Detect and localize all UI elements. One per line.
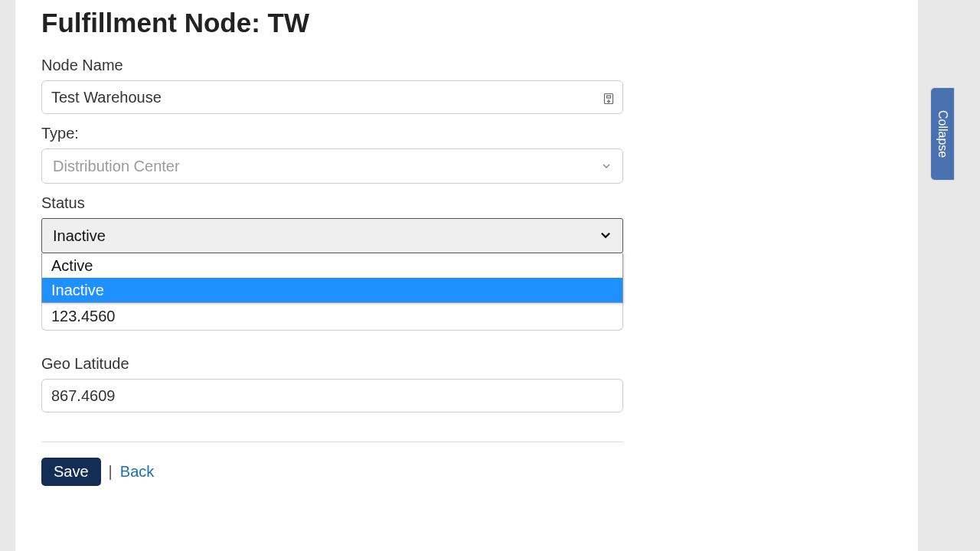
save-button[interactable]: Save [41,458,101,486]
status-option-active[interactable]: Active [42,253,622,278]
status-select[interactable]: Inactive [41,218,623,253]
geo-latitude-input-inner[interactable] [51,383,613,409]
type-select[interactable]: Distribution Center [41,148,623,184]
svg-rect-1 [607,96,611,98]
status-option-inactive[interactable]: Inactive [42,278,622,302]
geo-latitude-label: Geo Latitude [41,355,892,373]
type-label: Type: [41,125,892,142]
page-title: Fulfillment Node: TW [41,8,892,38]
autofill-icon [603,91,615,103]
divider [41,442,623,442]
chevron-down-icon [599,227,612,245]
chevron-down-icon [601,158,612,175]
collapse-tab[interactable]: Collapse [931,88,954,180]
node-name-input-inner[interactable] [51,84,595,110]
actions-row: Save | Back [41,458,892,486]
type-select-value: Distribution Center [53,158,180,175]
field-geo-latitude: Geo Latitude [41,355,892,412]
status-dropdown-panel: Active Inactive [41,253,623,303]
spacer [41,331,892,355]
field-type: Type: Distribution Center [41,125,892,184]
overlapped-input-value: 123.4560 [51,308,115,325]
field-status: Status Inactive Active Inactive 123.4560 [41,194,892,331]
geo-latitude-input[interactable] [41,379,623,412]
form-content: Fulfillment Node: TW Node Name Type: [15,8,918,501]
status-label: Status [41,194,892,212]
overlapped-input[interactable]: 123.4560 [41,303,623,331]
action-separator: | [109,463,113,481]
field-node-name: Node Name [41,57,892,114]
node-name-input[interactable] [41,80,623,114]
page-card: Fulfillment Node: TW Node Name Type: [15,0,919,551]
status-select-value: Inactive [53,227,106,245]
node-name-label: Node Name [41,57,892,74]
collapse-tab-label: Collapse [936,110,949,158]
back-link[interactable]: Back [120,463,154,481]
